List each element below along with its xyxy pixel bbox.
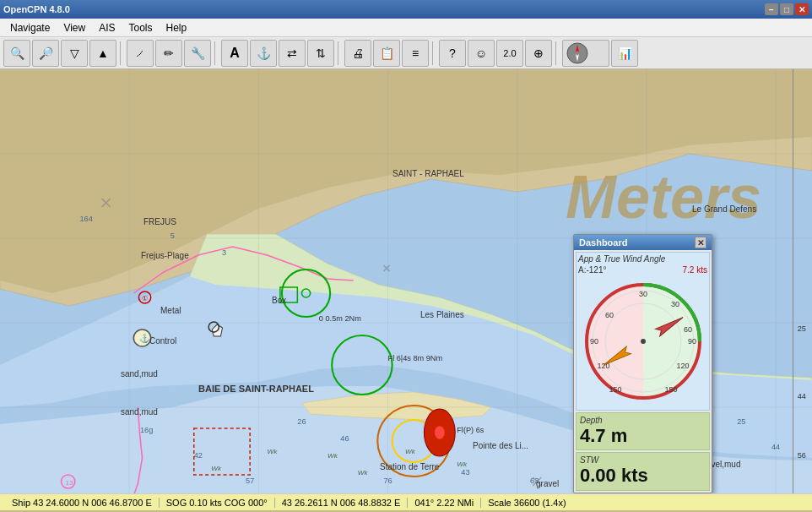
stw-label: STW [580,455,706,465]
svg-text:90: 90 [589,337,598,346]
text-button[interactable]: A [221,40,248,67]
wind-angle-display: A:-121° [578,265,606,275]
arrows-lr-button[interactable]: ⇄ [279,40,306,67]
dashboard-content: App & True Wind Angle A:-121° 7.2 kts [574,250,712,493]
pen-button[interactable]: ✏ [155,40,182,67]
toolbar-separator-5 [555,41,559,65]
svg-text:57: 57 [246,477,254,485]
status-scale: Scale 36600 (1.4x) [481,498,572,508]
svg-text:56: 56 [798,451,806,460]
menu-ais[interactable]: AIS [92,20,122,35]
svg-text:0 0.5m 2Nm: 0 0.5m 2Nm [319,314,361,323]
face-button[interactable]: ☺ [468,40,495,67]
svg-point-89 [641,339,646,344]
titlebar-controls: − □ ✕ [765,3,809,15]
svg-text:60: 60 [683,325,691,334]
svg-text:30: 30 [638,290,647,298]
svg-text:25: 25 [737,417,745,426]
menu-help[interactable]: Help [160,20,194,35]
svg-text:Wk: Wk [457,460,468,468]
menubar: Navigate View AIS Tools Help [0,19,812,37]
svg-text:43: 43 [461,468,469,477]
toolbar-separator-2 [214,41,218,65]
dashboard-title: Dashboard [579,237,627,248]
layers-button[interactable]: ≡ [402,40,429,67]
toolbar-separator-4 [432,41,436,65]
anchor-button[interactable]: ⚓ [250,40,277,67]
svg-text:150: 150 [609,385,621,394]
zoom-in-button[interactable]: 🔍 [3,40,30,67]
svg-text:Wk: Wk [358,469,369,477]
help-button[interactable]: ? [439,40,466,67]
svg-text:120: 120 [676,362,689,370]
menu-navigate[interactable]: Navigate [3,20,57,35]
dashboard-panel: Dashboard ✕ App & True Wind Angle A:-121… [573,234,712,493]
status-cursor-pos: 43 26.2611 N 006 48.8832 E [275,498,409,508]
svg-text:5: 5 [171,231,175,240]
svg-text:Wk: Wk [211,465,222,472]
print-button[interactable]: 🖨 [344,40,371,67]
svg-text:⚓: ⚓ [139,333,150,344]
wind-section: App & True Wind Angle A:-121° 7.2 kts [576,252,710,411]
stw-value: 0.00 kts [580,465,706,487]
stw-section: STW 0.00 kts [576,452,710,490]
scale-button[interactable]: 2.0 [496,40,523,67]
svg-text:44: 44 [771,443,780,451]
status-ship-pos: Ship 43 24.6000 N 006 46.8700 E [5,498,160,508]
wind-kts-display: 7.2 kts [683,265,707,275]
svg-text:25: 25 [798,324,806,333]
svg-text:164: 164 [79,215,92,223]
wind-title: App & True Wind Angle [578,254,665,264]
svg-text:①: ① [143,295,149,302]
compass-button[interactable] [562,40,609,67]
svg-text:13: 13 [66,479,74,487]
svg-text:Fl 6|4s 8m 9Nm: Fl 6|4s 8m 9Nm [388,354,443,362]
svg-text:42: 42 [194,451,203,460]
minimize-button[interactable]: − [765,3,778,15]
svg-text:44: 44 [798,392,806,400]
depth-label: Depth [580,416,706,425]
svg-text:90: 90 [687,337,696,346]
toolbar-separator-3 [338,41,341,65]
route-button[interactable]: ⟋ [127,40,154,67]
menu-tools[interactable]: Tools [122,20,160,35]
svg-text:30: 30 [670,300,679,308]
svg-text:76: 76 [383,477,392,485]
arrows-ud-button[interactable]: ⇅ [307,40,334,67]
svg-text:46: 46 [340,434,349,443]
filter-button[interactable]: ▽ [61,40,88,67]
svg-text:16g: 16g [140,426,153,434]
life-ring-button[interactable]: ⊕ [525,40,552,67]
svg-text:Wk: Wk [328,452,338,460]
close-button[interactable]: ✕ [795,3,809,15]
svg-text:150: 150 [664,385,677,394]
app-title: OpenCPN 4.8.0 [3,4,70,14]
zoom-out-button[interactable]: 🔎 [32,40,59,67]
statusbar: Ship 43 24.6000 N 006 46.8700 E SOG 0.10… [0,493,812,510]
wind-compass: 30 30 60 60 90 90 120 120 150 150 [580,278,706,405]
dashboard-titlebar: Dashboard ✕ [574,235,712,250]
stats-button[interactable]: 📊 [611,40,638,67]
status-sog-cog: SOG 0.10 kts COG 000° [160,498,275,508]
status-bearing: 041° 2.22 NMi [408,498,481,508]
svg-text:Fl(P) 6s: Fl(P) 6s [457,426,484,434]
toolbar: 🔍 🔎 ▽ ▲ ⟋ ✏ 🔧 A ⚓ ⇄ ⇅ 🖨 📋 ≡ ? ☺ 2.0 ⊕ 📊 [0,37,812,69]
chart-button[interactable]: 📋 [373,40,400,67]
north-button[interactable]: ▲ [89,40,116,67]
svg-text:Wk: Wk [405,448,416,455]
titlebar: OpenCPN 4.8.0 − □ ✕ [0,0,812,19]
menu-view[interactable]: View [57,20,92,35]
wrench-button[interactable]: 🔧 [184,40,211,67]
depth-value: 4.7 m [580,425,706,447]
maximize-button[interactable]: □ [780,3,793,15]
depth-section: Depth 4.7 m [576,412,710,450]
svg-point-59 [435,426,445,439]
svg-text:26: 26 [297,417,306,426]
dashboard-close-button[interactable]: ✕ [695,237,706,248]
map-area[interactable]: 164 5 3 16g 42 57 26 46 76 43 63 64 45 5… [0,69,812,493]
toolbar-separator-1 [120,41,123,65]
compass-container: 30 30 60 60 90 90 120 120 150 150 [578,275,707,408]
svg-text:Wk: Wk [268,448,279,455]
svg-text:60: 60 [604,311,613,319]
